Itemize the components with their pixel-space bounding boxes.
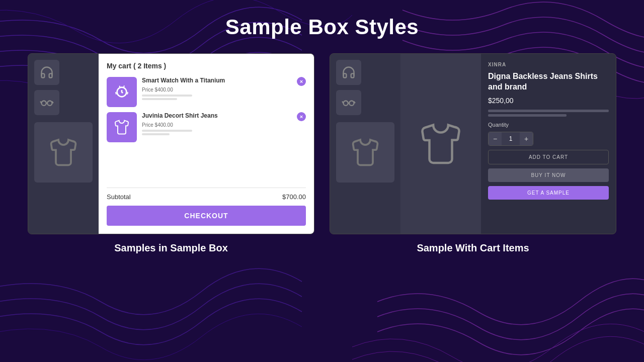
- cart-item-price-watch: Price $400.00: [142, 87, 292, 93]
- product-thumb-shirt-main: [336, 122, 394, 183]
- cart-item-info-watch: Smart Watch With a Titanium Price $400.0…: [142, 77, 292, 100]
- product-thumb-row-top: [336, 60, 394, 85]
- remove-item-shirt[interactable]: ×: [297, 112, 306, 121]
- right-demo-label: Sample With Cart Items: [417, 242, 529, 254]
- svg-point-0: [42, 101, 46, 106]
- bar-2: [142, 98, 177, 100]
- shirt-icon-cart: [114, 119, 130, 135]
- page-title: Sample Box Styles: [225, 15, 419, 39]
- quantity-label: Quantity: [488, 122, 609, 128]
- quantity-decrease-button[interactable]: −: [489, 132, 502, 145]
- thumb-row-top: [34, 60, 93, 85]
- product-demo-container: XINRA Digna Backless Jeans Shirts and br…: [330, 53, 616, 234]
- cart-subtotal: Subtotal $700.00: [107, 193, 306, 201]
- cart-item-image-watch: [107, 77, 137, 107]
- left-demo-label: Samples in Sample Box: [114, 242, 228, 254]
- cart-item-image-shirt: [107, 112, 137, 142]
- quantity-increase-button[interactable]: +: [520, 132, 533, 145]
- cart-sidebar-thumbs: [28, 54, 99, 234]
- product-main-image-area: [400, 54, 481, 234]
- product-name: Digna Backless Jeans Shirts and brand: [488, 71, 609, 93]
- cart-item-bars-watch: [142, 95, 292, 100]
- product-price: $250,00: [488, 97, 609, 105]
- cart-item-price-shirt: Price $400.00: [142, 122, 292, 128]
- thumb-row-bottom: [34, 90, 93, 115]
- bar-3: [142, 130, 192, 132]
- thumb-headphones: [34, 60, 59, 85]
- product-thumb-headphones: [336, 60, 361, 85]
- subtotal-label: Subtotal: [107, 193, 131, 201]
- right-demo-box: XINRA Digna Backless Jeans Shirts and br…: [330, 53, 616, 254]
- product-glasses-icon: [342, 96, 356, 110]
- watch-icon: [114, 84, 130, 100]
- cart-item-bars-shirt: [142, 130, 292, 135]
- desc-bar-2: [488, 114, 567, 117]
- product-thumb-row-bottom: [336, 90, 394, 115]
- buy-now-button[interactable]: BUY IT NOW: [488, 168, 609, 182]
- thumb-glasses: [34, 90, 59, 115]
- quantity-control: − 1 +: [488, 132, 533, 146]
- cart-item-name-watch: Smart Watch With a Titanium: [142, 77, 292, 85]
- product-headphones-icon: [342, 65, 356, 79]
- get-sample-button[interactable]: GET A SAMPLE: [488, 186, 609, 200]
- svg-point-3: [344, 101, 348, 106]
- cart-items-list: Smart Watch With a Titanium Price $400.0…: [107, 77, 306, 183]
- cart-item-name-shirt: Juvinia Decort Shirt Jeans: [142, 112, 292, 120]
- subtotal-value: $700.00: [282, 193, 306, 201]
- bar-1: [142, 95, 192, 97]
- product-desc-bars: [488, 110, 609, 117]
- headphones-icon: [40, 65, 54, 79]
- shirt-icon-left: [48, 137, 78, 167]
- thumb-shirt-main: [34, 122, 93, 183]
- main-content: Sample Box Styles: [0, 0, 644, 264]
- cart-item-shirt: Juvinia Decort Shirt Jeans Price $400.00: [107, 112, 306, 142]
- left-demo-box: My cart ( 2 Items ): [28, 53, 314, 254]
- quantity-value: 1: [502, 132, 520, 145]
- checkout-button[interactable]: CHECKOUT: [107, 206, 306, 226]
- bar-4: [142, 133, 170, 135]
- product-brand: XINRA: [488, 62, 609, 67]
- remove-item-watch[interactable]: ×: [297, 77, 306, 86]
- cart-item-info-shirt: Juvinia Decort Shirt Jeans Price $400.00: [142, 112, 292, 135]
- demos-row: My cart ( 2 Items ): [20, 53, 624, 254]
- cart-divider: [107, 188, 306, 188]
- svg-point-4: [349, 101, 354, 106]
- svg-point-1: [47, 101, 52, 106]
- product-sidebar-thumbs: [330, 54, 400, 234]
- cart-title: My cart ( 2 Items ): [107, 62, 306, 70]
- cart-demo-container: My cart ( 2 Items ): [28, 53, 314, 234]
- glasses-icon: [40, 96, 54, 110]
- add-to-cart-button[interactable]: ADD TO CART: [488, 150, 609, 164]
- product-thumb-glasses: [336, 90, 361, 115]
- cart-panel: My cart ( 2 Items ): [99, 54, 314, 234]
- desc-bar-1: [488, 110, 609, 112]
- cart-item: Smart Watch With a Titanium Price $400.0…: [107, 77, 306, 107]
- product-shirt-icon: [350, 137, 380, 167]
- product-main-shirt-icon: [418, 121, 463, 166]
- product-info-panel: XINRA Digna Backless Jeans Shirts and br…: [481, 54, 616, 234]
